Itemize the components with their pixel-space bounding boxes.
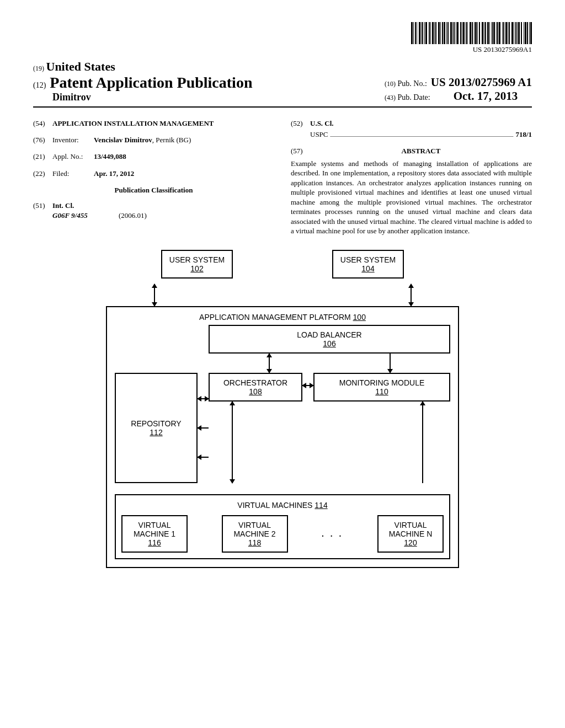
inventor-surname: Dimitrov [52, 92, 252, 103]
pub-classification-heading: Publication Classification [33, 185, 274, 195]
vm2-box: VIRTUAL MACHINE 2 118 [222, 515, 288, 553]
header-left: (19) United States (12) Patent Applicati… [33, 60, 252, 103]
inventor-location: , Pernik (BG) [152, 136, 191, 144]
orchestrator-box: ORCHESTRATOR 108 [209, 373, 302, 402]
uscl-label: U.S. Cl. [310, 119, 532, 129]
abstract-num: (57) [291, 146, 310, 158]
intcl-num: (51) [33, 201, 52, 211]
figure-diagram: USER SYSTEM 102 USER SYSTEM 104 APPLICAT… [106, 250, 459, 568]
pubno-label: Pub. No.: [398, 79, 427, 88]
repository-box: REPOSITORY 112 [115, 373, 198, 483]
pubno-prefix: (10) [385, 80, 396, 88]
appl-number: 13/449,088 [94, 152, 274, 162]
user-system-1-label: USER SYSTEM [166, 255, 228, 264]
user-system-1-box: USER SYSTEM 102 [161, 250, 233, 279]
user-system-2-label: USER SYSTEM [337, 255, 399, 264]
pub-date: Oct. 17, 2013 [454, 89, 518, 103]
arrow-icon [411, 284, 412, 306]
arrow-icon [390, 354, 391, 373]
applno-num: (21) [33, 152, 52, 162]
inventor-name: Vencislav Dimitrov [94, 136, 152, 144]
pubdate-prefix: (43) [385, 94, 396, 101]
vm-container-title: VIRTUAL MACHINES 114 [121, 501, 444, 510]
intcl-label: Int. Cl. [52, 201, 274, 211]
pub-number: US 2013/0275969 A1 [431, 76, 532, 89]
dotted-leader-icon [331, 131, 514, 137]
uscl-num: (52) [291, 119, 310, 129]
header: (19) United States (12) Patent Applicati… [33, 60, 532, 108]
inventor-label: Inventor: [52, 135, 94, 145]
arrow-icon [269, 354, 270, 373]
barcode-text: US 20130275969A1 [33, 45, 532, 54]
barcode-region: US 20130275969A1 [33, 22, 532, 54]
abstract-title: ABSTRACT [310, 146, 532, 156]
header-prefix-19: (19) [33, 65, 44, 72]
right-column: (52) U.S. Cl. USPC 718/1 (57) ABSTRACT E… [291, 119, 532, 236]
monitoring-module-box: MONITORING MODULE 110 [313, 373, 450, 402]
arrow-icon [232, 402, 233, 483]
user-system-2-ref: 104 [337, 264, 399, 273]
filed-label: Filed: [52, 169, 94, 179]
arrow-icon [198, 398, 209, 399]
uspc-value: 718/1 [515, 130, 532, 140]
arrow-icon [198, 427, 209, 429]
uspc-label: USPC [310, 130, 328, 140]
left-column: (54) APPLICATION INSTALLATION MANAGEMENT… [33, 119, 274, 236]
arrow-icon [302, 385, 313, 386]
platform-box: APPLICATION MANAGEMENT PLATFORM 100 LOAD… [106, 306, 459, 568]
pubdate-label: Pub. Date: [398, 93, 430, 101]
load-balancer-box: LOAD BALANCER 106 [209, 325, 450, 354]
filed-date: Apr. 17, 2012 [94, 169, 274, 179]
intcl-year: (2006.01) [119, 211, 147, 221]
platform-title: APPLICATION MANAGEMENT PLATFORM 100 [115, 313, 450, 322]
title-num: (54) [33, 119, 52, 129]
vm1-box: VIRTUAL MACHINE 1 116 [121, 515, 188, 553]
abstract-text: Example systems and methods of managing … [291, 159, 532, 236]
virtual-machines-box: VIRTUAL MACHINES 114 VIRTUAL MACHINE 1 1… [115, 494, 450, 559]
user-system-1-ref: 102 [166, 264, 228, 273]
filed-num: (22) [33, 169, 52, 179]
bibliographic-columns: (54) APPLICATION INSTALLATION MANAGEMENT… [33, 119, 532, 236]
invention-title: APPLICATION INSTALLATION MANAGEMENT [52, 119, 274, 129]
header-right: (10) Pub. No.: US 2013/0275969 A1 (43) P… [385, 76, 532, 103]
country: United States [46, 60, 115, 73]
doc-type: Patent Application Publication [50, 74, 252, 91]
vmn-box: VIRTUAL MACHINE N 120 [377, 515, 444, 553]
arrow-icon [154, 284, 155, 306]
header-prefix-12: (12) [33, 81, 46, 89]
arrow-icon [198, 457, 209, 458]
ellipsis-icon: . . . [322, 529, 343, 538]
inventor-num: (76) [33, 135, 52, 145]
patent-page: US 20130275969A1 (19) United States (12)… [0, 0, 565, 590]
barcode-icon [411, 22, 532, 44]
intcl-code: G06F 9/455 [52, 211, 119, 221]
applno-label: Appl. No.: [52, 152, 94, 162]
arrow-icon [422, 402, 423, 483]
user-system-2-box: USER SYSTEM 104 [332, 250, 404, 279]
